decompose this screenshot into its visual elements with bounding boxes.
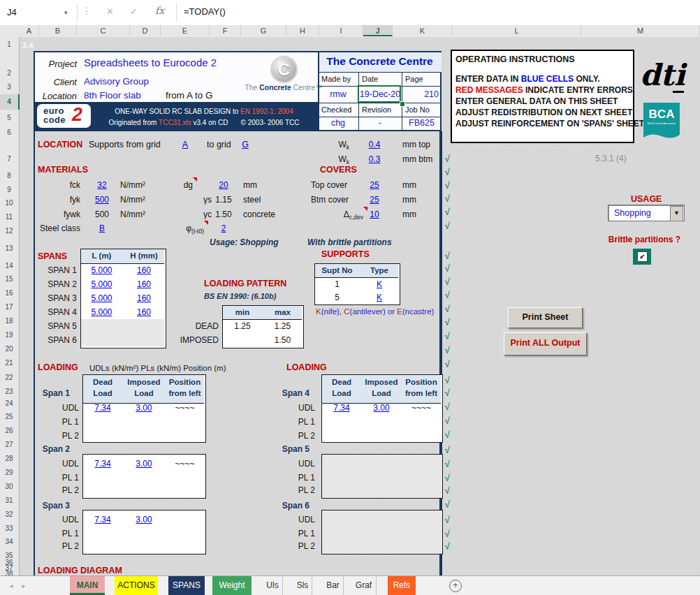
made-by-value[interactable]: rmw (318, 89, 358, 100)
sheet-tab-main[interactable]: MAIN (70, 576, 105, 595)
top-cover-input[interactable]: 25 (365, 180, 384, 191)
support2-type-input[interactable]: K (360, 293, 399, 303)
col-header-K[interactable]: K (393, 25, 453, 36)
row-header-30[interactable]: 30 (0, 483, 18, 490)
tabs-scroll-left-icon[interactable]: ◄ (8, 581, 14, 592)
row-header-20[interactable]: 20 (0, 345, 18, 353)
job-no-value[interactable]: FB625 (402, 118, 442, 128)
span2-l-input[interactable]: 5.000 (80, 279, 123, 290)
active-cell-border[interactable] (358, 85, 401, 103)
btm-cover-input[interactable]: 25 (365, 195, 384, 205)
sheet-tab-sls[interactable]: Sls (293, 576, 312, 595)
dropdown-arrow-icon[interactable]: ▼ (670, 206, 683, 221)
row-header-15[interactable]: 15 (0, 275, 18, 283)
row-header-22[interactable]: 22 (0, 374, 18, 381)
sheet-tab-weight[interactable]: Weight (212, 576, 251, 595)
span3-h-input[interactable]: 160 (123, 293, 165, 304)
col-header-H[interactable]: H (286, 25, 319, 36)
dg-input[interactable]: 20 (212, 180, 235, 191)
sheet-tab-graf[interactable]: Graf (351, 576, 377, 595)
col-header-L[interactable]: L (453, 25, 581, 36)
span4-h-input[interactable]: 160 (123, 307, 165, 318)
delta-cdev-input[interactable]: 10 (365, 210, 384, 220)
row-header-23[interactable]: 23 (0, 388, 18, 395)
sheet-tab-uls[interactable]: Uls (263, 576, 283, 595)
location-value[interactable]: 8th Floor slab (84, 90, 141, 101)
wk-btm-input[interactable]: 0.3 (365, 154, 384, 165)
span2-h-input[interactable]: 160 (123, 279, 165, 290)
row-header-24[interactable]: 24 (0, 399, 18, 407)
fck-input[interactable]: 32 (89, 180, 115, 191)
name-box-dropdown-icon[interactable]: ▾ (64, 8, 68, 18)
span1-l-input[interactable]: 5.000 (80, 265, 123, 276)
col-header-J[interactable]: J (363, 25, 393, 36)
usage-dropdown[interactable]: Shopping ▼ (608, 205, 685, 221)
row-header-2[interactable]: 2 (0, 69, 18, 77)
row-header-25[interactable]: 25 (0, 413, 18, 420)
span2-imposed-input[interactable]: 3.00 (123, 459, 165, 469)
col-header-E[interactable]: E (161, 25, 210, 36)
grid-to-input[interactable]: G (239, 140, 251, 150)
client-value[interactable]: Advisory Group (84, 76, 149, 87)
span4-imposed-input[interactable]: 3.00 (362, 403, 401, 413)
row-header-7[interactable]: 7 (0, 155, 18, 163)
span3-dead-input[interactable]: 7.34 (82, 515, 123, 525)
grid-from-input[interactable]: A (178, 140, 192, 150)
row-header-6[interactable]: 6 (0, 128, 18, 136)
row-header-5[interactable]: 5 (0, 114, 18, 122)
sheet-tab-bar[interactable]: Bar (323, 576, 344, 595)
sheet-tab-refs[interactable]: Refs (388, 576, 416, 595)
row-header-27[interactable]: 27 (0, 441, 18, 448)
creep-coef-input[interactable]: 2 (212, 223, 235, 234)
row-header-11[interactable]: 11 (0, 213, 18, 221)
col-header-B[interactable]: B (39, 25, 77, 36)
tabs-scroll-right-icon[interactable]: ► (21, 581, 27, 592)
span1-imposed-input[interactable]: 3.00 (123, 403, 165, 413)
print-sheet-button[interactable]: Print Sheet (508, 307, 583, 328)
row-header-18[interactable]: 18 (0, 317, 18, 325)
row-header-3[interactable]: 3 (0, 83, 18, 91)
row-header-26[interactable]: 26 (0, 427, 18, 434)
name-box[interactable]: J4 (7, 7, 17, 17)
span4-dead-input[interactable]: 7.34 (321, 403, 362, 413)
project-value[interactable]: Spreadsheets to Eurocode 2 (84, 57, 217, 68)
row-header-1[interactable]: 1 (0, 41, 18, 48)
row-header-21[interactable]: 21 (0, 359, 18, 367)
col-header-M[interactable]: M (581, 25, 700, 36)
print-all-output-button[interactable]: Print ALL Output (504, 332, 587, 355)
col-header-C[interactable]: C (77, 25, 130, 36)
row-header-32[interactable]: 32 (0, 510, 18, 518)
row-header-17[interactable]: 17 (0, 303, 18, 311)
col-header-D[interactable]: D (130, 25, 161, 36)
row-header-34[interactable]: 34 (0, 538, 18, 545)
row-header-16[interactable]: 16 (0, 289, 18, 297)
page-value[interactable]: 210 (402, 89, 439, 100)
row-header-12[interactable]: 12 (0, 227, 18, 235)
col-header-I[interactable]: I (319, 25, 363, 36)
row-header-28[interactable]: 28 (0, 455, 18, 462)
col-header-F[interactable]: F (210, 25, 241, 36)
row-header-10[interactable]: 10 (0, 199, 18, 207)
fill-handle[interactable] (400, 101, 405, 107)
brittle-partitions-checkbox[interactable]: ✔ (637, 251, 648, 262)
row-header-31[interactable]: 31 (0, 497, 18, 504)
fx-icon[interactable]: fx (155, 6, 164, 16)
span4-l-input[interactable]: 5.000 (80, 307, 123, 318)
span3-imposed-input[interactable]: 3.00 (123, 515, 165, 525)
row-header-19[interactable]: 19 (0, 331, 18, 339)
row-header-33[interactable]: 33 (0, 524, 18, 532)
row-header-13[interactable]: 13 (0, 244, 18, 252)
row-header-4[interactable]: 4 (0, 94, 20, 110)
row-header-8[interactable]: 8 (0, 172, 18, 179)
checked-value[interactable]: chg (318, 118, 358, 128)
span1-h-input[interactable]: 160 (123, 265, 165, 276)
steel-class-input[interactable]: B (89, 223, 115, 234)
row-header-14[interactable]: 14 (0, 262, 18, 270)
fyk-input[interactable]: 500 (89, 195, 115, 205)
formula-input[interactable]: =TODAY() (184, 6, 226, 17)
cancel-icon[interactable]: ✕ (106, 6, 114, 17)
support1-type-input[interactable]: K (360, 279, 399, 290)
wk-top-input[interactable]: 0.4 (365, 140, 384, 150)
enter-icon[interactable]: ✓ (130, 6, 138, 17)
sheet-tab-actions[interactable]: ACTIONS (115, 576, 158, 595)
